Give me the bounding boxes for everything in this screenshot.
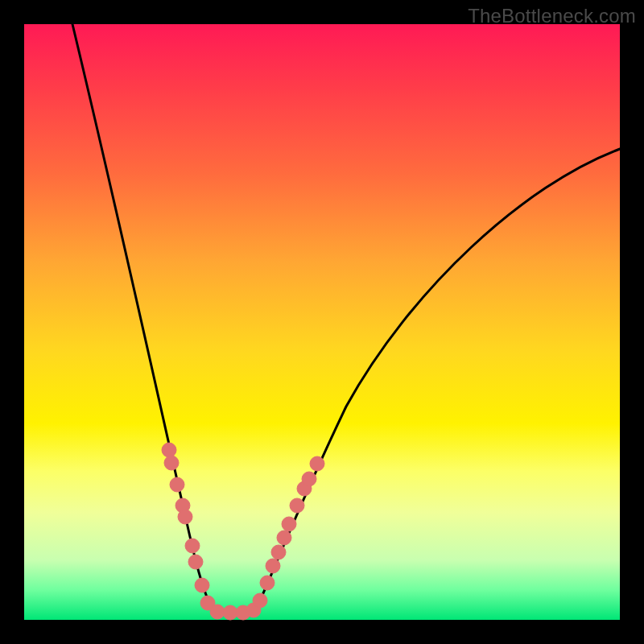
data-point: [178, 510, 192, 524]
data-point: [253, 593, 267, 608]
curve-left-branch: [72, 24, 213, 609]
data-point: [185, 539, 200, 553]
data-point: [210, 605, 225, 619]
data-point: [162, 443, 176, 457]
data-point: [302, 472, 316, 486]
bottleneck-curve-svg: [24, 24, 620, 620]
data-point: [260, 576, 275, 590]
data-point: [290, 498, 304, 513]
data-point: [310, 456, 324, 471]
data-point: [277, 530, 291, 545]
data-point: [223, 605, 237, 620]
data-point: [271, 545, 286, 559]
data-point: [282, 517, 296, 531]
data-point: [188, 555, 203, 569]
curve-right-branch: [256, 149, 620, 609]
data-point: [195, 578, 209, 592]
data-point: [170, 477, 184, 492]
chart-frame: [24, 24, 620, 620]
data-point: [164, 456, 179, 470]
watermark-text: TheBottleneck.com: [468, 5, 636, 27]
data-point: [266, 559, 280, 573]
